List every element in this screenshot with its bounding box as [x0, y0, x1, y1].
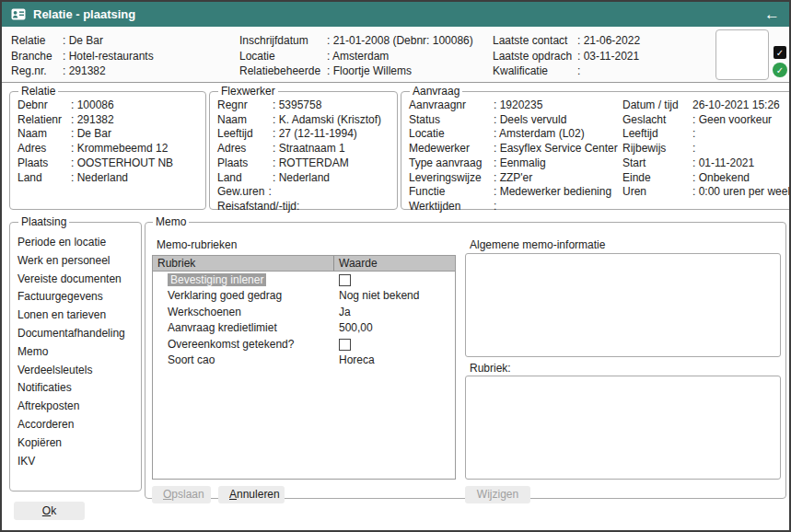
field-label: Naam: [17, 127, 71, 142]
column-header-waarde: Waarde: [333, 256, 455, 271]
sidebar-item-kopieren[interactable]: Kopiëren: [17, 434, 134, 453]
field-value: : 291382: [71, 113, 114, 128]
field-label: Regnr: [217, 98, 273, 113]
field-value: :: [692, 127, 695, 142]
selected-rubriek-cell[interactable]: Bevestiging inlener: [168, 273, 266, 286]
field-value: :: [577, 64, 580, 79]
field-label: Datum / tijd: [622, 98, 692, 113]
ok-button[interactable]: Ok: [14, 502, 85, 520]
field-label: Type aanvraag: [409, 156, 494, 171]
sidebar-item-accorderen[interactable]: Accorderen: [17, 416, 134, 434]
field-value: :: [692, 142, 695, 156]
sidebar-item-factuurgegevens[interactable]: Factuurgegevens: [17, 288, 134, 306]
field-label: Plaats: [17, 156, 71, 171]
relatie-plaatsing-window: Relatie - plaatsing ← Relatie: De Bar Br…: [0, 0, 791, 532]
field-label: Leveringswijze: [409, 171, 494, 186]
waarde-cell: Nog niet bekend: [333, 289, 455, 302]
table-row[interactable]: Overeenkomst getekend?: [153, 336, 455, 353]
table-row[interactable]: Aanvraag kredietlimiet 500,00: [153, 320, 455, 337]
waarde-cell: Ja: [333, 306, 455, 318]
sidebar-item-verdeelsleutels[interactable]: Verdeelsleutels: [17, 362, 134, 380]
rubriek-cell[interactable]: Verklaring goed gedrag: [153, 289, 333, 302]
relatie-groupbox-legend: Relatie: [18, 85, 58, 98]
header-column-relatie: Relatie: De Bar Branche: Hotel-restauran…: [11, 33, 154, 79]
table-header-row: Rubriek Waarde: [153, 256, 455, 272]
field-label: Land: [17, 171, 71, 186]
sidebar-item-werk-en-personeel[interactable]: Werk en personeel: [17, 252, 134, 271]
field-label: Branche: [11, 49, 63, 64]
field-value: : ROTTERDAM: [273, 156, 349, 171]
field-label: Functie: [409, 185, 494, 200]
field-label: Gew.uren: [217, 185, 264, 200]
field-value: : Medewerker bediening: [494, 185, 611, 200]
button-label: pslaan: [171, 488, 204, 501]
photo-placeholder: [715, 29, 769, 80]
rubriek-cell[interactable]: Soort cao: [153, 353, 333, 366]
field-label: Adres: [17, 142, 71, 156]
field-value: : 1920235: [494, 98, 542, 113]
algemene-memo-label: Algemene memo-informatie: [470, 238, 605, 251]
table-row[interactable]: Bevestiging inlener: [153, 272, 455, 288]
rubriek-cell[interactable]: Aanvraag kredietlimiet: [153, 321, 333, 334]
field-value: : Onbekend: [692, 171, 750, 186]
field-value: : Krommebeemd 12: [71, 142, 168, 156]
field-value: : Eenmalig: [494, 156, 546, 171]
column-header-rubriek: Rubriek: [153, 257, 333, 270]
field-label: Start: [622, 156, 692, 171]
field-label: Aanvraagnr: [409, 98, 494, 113]
unchecked-checkbox[interactable]: [339, 339, 351, 351]
table-row[interactable]: Verklaring goed gedrag Nog niet bekend: [153, 288, 455, 305]
field-label: Plaats: [217, 156, 273, 171]
plaatsing-groupbox: Plaatsing Periode en locatie Werk en per…: [9, 215, 142, 492]
button-accesskey: O: [163, 488, 171, 501]
field-label: Leeftijd: [217, 127, 273, 142]
sidebar-item-documentafhandeling[interactable]: Documentafhandeling: [17, 325, 134, 343]
field-value: : 03-11-2021: [577, 49, 639, 64]
field-label: Kwalificatie: [493, 64, 577, 79]
field-value: : 5395758: [273, 98, 321, 113]
sidebar-item-aftrekposten[interactable]: Aftrekposten: [17, 398, 134, 416]
opslaan-button[interactable]: Opslaan: [152, 486, 211, 503]
main-content: Relatie Debnr: 100086 Relatienr: 291382 …: [2, 83, 789, 530]
sidebar-item-vereiste-documenten[interactable]: Vereiste documenten: [17, 271, 134, 289]
rubriek-textarea[interactable]: [465, 376, 781, 480]
field-label: Relatiebeheerde: [239, 64, 327, 79]
sidebar-item-memo[interactable]: Memo: [17, 343, 134, 362]
checked-checkbox-icon[interactable]: ✓: [774, 46, 786, 59]
sidebar-item-lonen-en-tarieven[interactable]: Lonen en tarieven: [17, 306, 134, 325]
field-label: Inschrijfdatum: [239, 33, 327, 49]
button-accesskey: A: [229, 488, 237, 501]
annuleren-button[interactable]: Annuleren: [218, 486, 285, 503]
field-value: : De Bar: [63, 33, 103, 49]
field-label: Locatie: [409, 127, 494, 142]
field-label: Relatienr: [17, 113, 71, 128]
field-label: Relatie: [11, 33, 63, 49]
memo-rubrieken-table: Rubriek Waarde Bevestiging inlener Verkl…: [152, 255, 456, 480]
approved-status-icon: ✓: [773, 63, 787, 77]
table-row[interactable]: Werkschoenen Ja: [153, 304, 455, 320]
field-value: : Amsterdam (L02): [494, 127, 585, 142]
flexwerker-groupbox: Flexwerker Regnr: 5395758 Naam: K. Adams…: [209, 85, 398, 210]
sidebar-item-ikv[interactable]: IKV: [17, 453, 134, 471]
relatie-groupbox: Relatie Debnr: 100086 Relatienr: 291382 …: [9, 85, 206, 210]
sidebar-item-periode-en-locatie[interactable]: Periode en locatie: [17, 234, 134, 252]
field-label: Laatste opdrach: [493, 49, 577, 64]
field-label: Geslacht: [622, 113, 692, 128]
field-label: Medewerker: [409, 142, 494, 156]
field-label: Laatste contact: [493, 33, 577, 49]
field-value: : De Bar: [71, 127, 111, 142]
table-row[interactable]: Soort cao Horeca: [153, 353, 455, 369]
field-value: :: [494, 200, 496, 214]
rubriek-cell[interactable]: Overeenkomst getekend?: [153, 338, 333, 351]
wijzigen-button[interactable]: Wijzigen: [465, 486, 530, 503]
back-arrow-icon[interactable]: ←: [764, 6, 780, 22]
field-value: : Floortje Willems: [327, 64, 412, 79]
waarde-cell: 500,00: [333, 321, 455, 334]
aanvraag-left-column: Aanvraagnr: 1920235 Status: Deels vervul…: [409, 98, 622, 214]
rubriek-cell[interactable]: Werkschoenen: [153, 306, 333, 318]
algemene-memo-textarea[interactable]: [465, 253, 781, 357]
unchecked-checkbox[interactable]: [339, 274, 351, 286]
sidebar-item-notificaties[interactable]: Notificaties: [17, 379, 134, 398]
title-bar: Relatie - plaatsing ←: [2, 2, 789, 27]
header-column-contact: Laatste contact: 21-06-2022 Laatste opdr…: [493, 33, 640, 79]
